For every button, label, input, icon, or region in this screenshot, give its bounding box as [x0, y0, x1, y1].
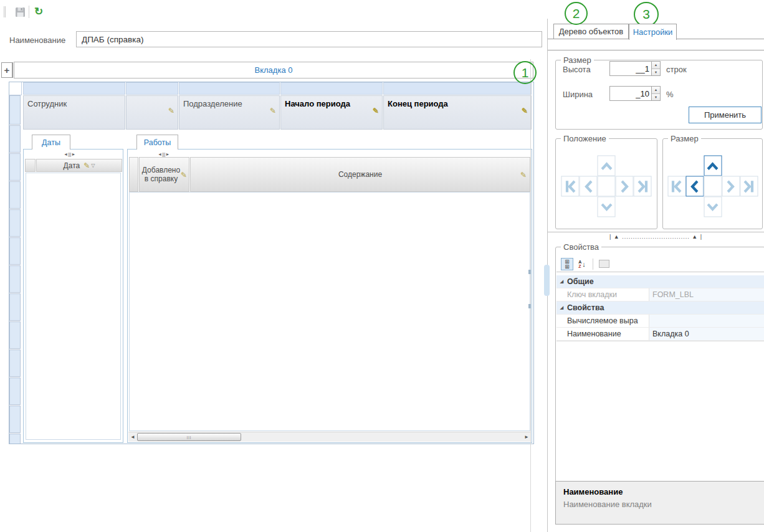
pad-prev-button[interactable]: [580, 176, 598, 196]
pencil-icon[interactable]: ✎: [520, 171, 527, 179]
pencil-icon[interactable]: ✎: [270, 107, 276, 115]
prev-chevron-icon: [581, 179, 596, 194]
property-label: Наименование: [567, 330, 649, 338]
pencil-icon[interactable]: ✎: [181, 171, 187, 179]
grid-row-header[interactable]: [9, 237, 21, 265]
column-resize-grip-icon[interactable]: ◄|||►: [158, 152, 170, 156]
pad-down-button[interactable]: [704, 196, 722, 217]
apply-button[interactable]: Применить: [689, 107, 762, 123]
property-row[interactable]: НаименованиеВкладка 0: [556, 328, 764, 341]
grid-column-header[interactable]: Начало периода✎: [280, 95, 383, 130]
first-chevron-icon: [669, 179, 684, 194]
save-button[interactable]: [14, 6, 26, 18]
pad-prev-button[interactable]: [685, 176, 704, 196]
column-resize-grip-icon[interactable]: ◄|||►: [64, 152, 75, 156]
property-value[interactable]: Вкладка 0: [649, 328, 764, 340]
height-input[interactable]: [610, 62, 651, 75]
pad-up-button[interactable]: [598, 155, 616, 176]
works-horizontal-scrollbar[interactable]: ◄ ||| ►: [128, 432, 531, 442]
property-category-row[interactable]: ◢Общие: [556, 275, 764, 288]
grid-column-header[interactable]: Подразделение✎: [179, 95, 280, 130]
grid-row-header[interactable]: [9, 321, 21, 349]
property-pages-icon[interactable]: [598, 258, 610, 270]
pencil-icon[interactable]: ✎: [84, 162, 90, 169]
property-value[interactable]: [649, 315, 764, 327]
pencil-icon[interactable]: ✎: [168, 107, 174, 115]
grid-row-header[interactable]: [9, 153, 21, 181]
collapse-icon[interactable]: ◢: [556, 279, 567, 284]
grid-row-header[interactable]: [9, 181, 21, 209]
filter-icon[interactable]: ▽: [91, 163, 95, 168]
spin-up-icon[interactable]: ▲: [652, 87, 660, 94]
main-tab-strip[interactable]: Вкладка 0: [14, 62, 533, 78]
width-spinner[interactable]: ▲ ▼: [609, 86, 661, 101]
grid-row-header[interactable]: [9, 406, 21, 433]
scroll-left-icon[interactable]: ◄: [128, 432, 137, 442]
scrollbar-thumb[interactable]: |||: [137, 433, 241, 441]
pencil-icon[interactable]: ✎: [373, 107, 379, 115]
tab-vkladka-0[interactable]: Вкладка 0: [255, 65, 293, 75]
tab-settings[interactable]: Настройки: [629, 24, 677, 40]
grid-column-header[interactable]: Сотрудник: [23, 95, 125, 130]
dates-list-area[interactable]: [26, 173, 121, 440]
collapse-icon[interactable]: ◢: [556, 305, 567, 310]
works-added-label: Добавлено в справку: [141, 166, 181, 183]
property-row[interactable]: Ключ вкладкиFORM_LBL: [556, 288, 764, 302]
properties-splitter[interactable]: | ▲ ............................... ▲ |: [548, 234, 764, 240]
pencil-icon[interactable]: ✎: [522, 107, 528, 115]
pad-up-button[interactable]: [704, 155, 722, 176]
pad-down-button[interactable]: [598, 196, 616, 217]
tab-works[interactable]: Работы: [136, 135, 178, 150]
property-category-row[interactable]: ◢Свойства: [556, 302, 764, 315]
add-tab-button[interactable]: +: [1, 62, 13, 78]
dates-column-header[interactable]: Дата ✎ ▽: [36, 159, 122, 172]
annotation-circle-2: 2: [565, 2, 588, 25]
tab-dates[interactable]: Даты: [32, 135, 70, 150]
property-description-panel: Наименование Наименование вкладки: [555, 481, 764, 525]
spin-down-icon[interactable]: ▼: [652, 69, 660, 76]
spin-down-icon[interactable]: ▼: [652, 94, 660, 101]
width-label: Ширина: [563, 90, 593, 99]
pad-first-button[interactable]: [667, 176, 685, 196]
down-chevron-icon: [705, 199, 720, 214]
property-value[interactable]: FORM_LBL: [649, 288, 764, 301]
works-added-column-header[interactable]: Добавлено в справку ✎: [139, 157, 189, 192]
works-content-column-header[interactable]: Содержание ✎: [190, 157, 530, 192]
grid-row-header[interactable]: [9, 349, 21, 377]
categorized-icon[interactable]: ⊞⊞: [561, 258, 573, 270]
pad-last-button[interactable]: [634, 176, 652, 196]
refresh-button[interactable]: ↻: [32, 5, 45, 17]
last-chevron-icon: [635, 179, 650, 194]
panel-splitter-grip[interactable]: [544, 265, 550, 296]
grid-row-header[interactable]: [9, 434, 21, 444]
pad-next-button[interactable]: [616, 176, 634, 196]
works-list-area[interactable]: [129, 192, 530, 431]
property-row[interactable]: Вычисляемое выра: [556, 315, 764, 328]
spin-up-icon[interactable]: ▲: [652, 62, 660, 69]
name-input[interactable]: [76, 31, 542, 47]
grid-corner-cell: [9, 82, 22, 95]
divider-tick: [528, 270, 531, 274]
az-sort-icon[interactable]: AZ↓: [576, 258, 588, 270]
grid-column-header[interactable]: ✎: [126, 95, 178, 130]
grid-row-header[interactable]: [9, 125, 21, 153]
prev-chevron-icon: [687, 179, 702, 194]
main-right-divider: [530, 59, 531, 532]
grid-top-cell: [179, 82, 280, 95]
pad-last-button[interactable]: [740, 176, 758, 196]
toolbar-separator: [593, 259, 593, 270]
grid-row-header[interactable]: [9, 95, 21, 125]
tab-object-tree[interactable]: Дерево объектов: [553, 24, 629, 39]
pad-first-button[interactable]: [561, 176, 580, 196]
grid-row-header[interactable]: [9, 293, 21, 321]
grid-row-header[interactable]: [9, 378, 21, 405]
toolbar-grip-icon: [4, 6, 7, 17]
width-input[interactable]: [610, 87, 651, 100]
grid-row-header[interactable]: [9, 209, 21, 237]
height-spinner[interactable]: ▲ ▼: [609, 61, 661, 76]
property-label: Общие: [567, 277, 649, 286]
pad-next-button[interactable]: [722, 176, 740, 196]
grid-row-header[interactable]: [9, 265, 21, 293]
scroll-right-icon[interactable]: ►: [522, 432, 531, 442]
grid-column-header[interactable]: Конец периода✎: [383, 95, 532, 130]
